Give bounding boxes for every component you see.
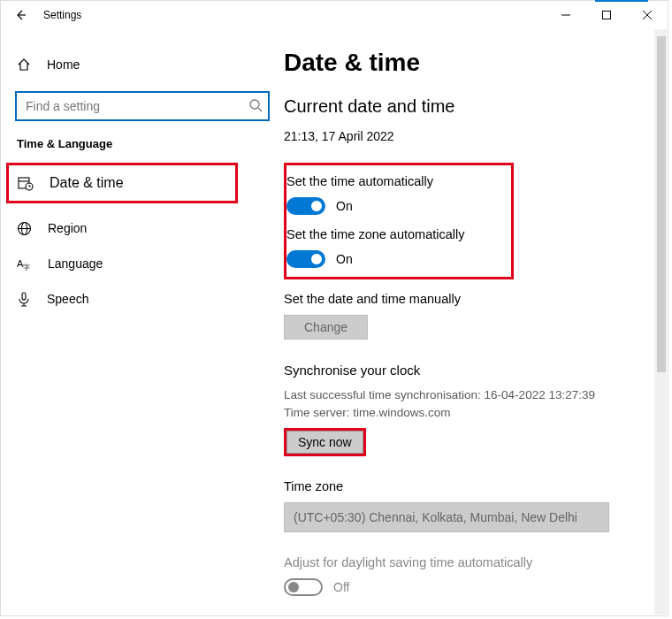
sidebar-item-label: Language [48, 256, 103, 271]
sidebar-item-label: Speech [47, 292, 88, 306]
timezone-select: (UTC+05:30) Chennai, Kolkata, Mumbai, Ne… [284, 502, 609, 532]
settings-window: Settings Home Time & Language Date & tim… [0, 0, 668, 616]
svg-point-4 [250, 100, 259, 109]
calendar-clock-icon [18, 175, 34, 191]
dst-toggle [284, 578, 323, 596]
current-datetime-value: 21:13, 17 April 2022 [284, 129, 652, 143]
auto-time-state: On [336, 199, 353, 213]
auto-settings-highlight: Set the time automatically On Set the ti… [284, 163, 514, 279]
search-container [15, 91, 270, 121]
search-icon [248, 98, 263, 112]
sidebar-group-heading: Time & Language [1, 137, 284, 163]
scrollbar-thumb[interactable] [657, 36, 666, 372]
timezone-value: (UTC+05:30) Chennai, Kolkata, Mumbai, Ne… [294, 510, 577, 524]
back-button[interactable] [13, 9, 27, 21]
maximize-button[interactable] [586, 1, 627, 29]
manual-label: Set the date and time manually [284, 292, 652, 306]
home-label: Home [47, 57, 80, 72]
sync-server-info: Time server: time.windows.com [284, 404, 652, 422]
sidebar-item-speech[interactable]: Speech [1, 281, 284, 317]
home-nav[interactable]: Home [1, 47, 284, 82]
close-button[interactable] [627, 1, 668, 29]
section-current-datetime-heading: Current date and time [284, 96, 652, 117]
sync-heading: Synchronise your clock [284, 363, 652, 378]
sidebar-item-label: Region [48, 221, 87, 235]
search-input[interactable] [15, 91, 270, 121]
sync-highlight: Sync now [284, 428, 366, 456]
home-icon [17, 57, 31, 72]
sidebar-item-language[interactable]: A字 Language [1, 246, 284, 281]
auto-time-label: Set the time automatically [286, 174, 499, 188]
microphone-icon [17, 292, 31, 307]
dst-label: Adjust for daylight saving time automati… [284, 555, 652, 569]
sidebar-item-date-time[interactable]: Date & time [6, 163, 238, 203]
sidebar-item-label: Date & time [50, 175, 124, 191]
dst-state: Off [333, 580, 349, 594]
svg-text:字: 字 [23, 264, 30, 271]
minimize-button[interactable] [546, 1, 586, 29]
change-button: Change [284, 315, 368, 340]
timezone-label: Time zone [284, 479, 652, 493]
language-icon: A字 [17, 256, 32, 271]
window-title: Settings [43, 9, 81, 21]
sync-last-info: Last successful time synchronisation: 16… [284, 386, 652, 404]
globe-icon [17, 221, 32, 236]
auto-time-toggle[interactable] [286, 197, 325, 215]
auto-tz-toggle[interactable] [286, 250, 325, 268]
auto-tz-label: Set the time zone automatically [286, 227, 499, 241]
svg-rect-1 [603, 11, 611, 19]
auto-tz-state: On [336, 252, 353, 266]
svg-rect-14 [22, 293, 26, 300]
window-controls [546, 1, 668, 29]
sync-now-button[interactable]: Sync now [286, 431, 363, 454]
sidebar: Home Time & Language Date & time Region … [1, 29, 284, 615]
svg-line-5 [258, 108, 262, 111]
sidebar-item-region[interactable]: Region [1, 210, 284, 246]
page-title: Date & time [284, 49, 652, 77]
titlebar: Settings [1, 1, 668, 29]
main-pane: Date & time Current date and time 21:13,… [284, 29, 668, 615]
